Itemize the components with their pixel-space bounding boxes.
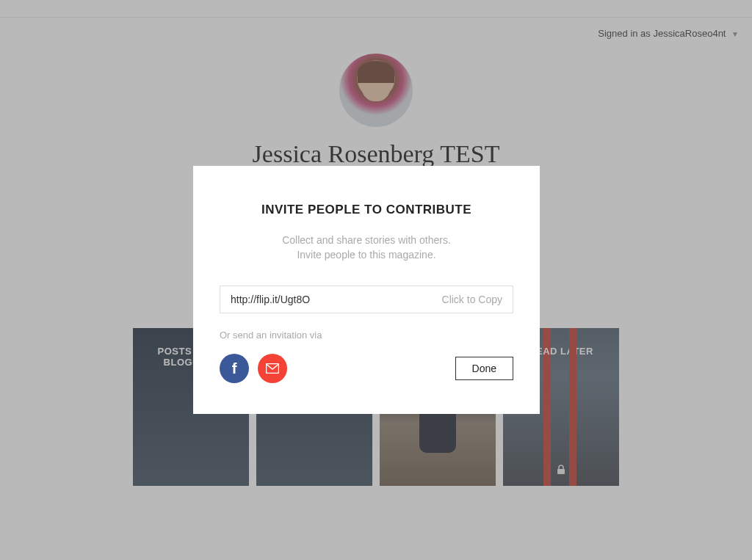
modal-subtitle-line2: Invite people to this magazine. — [220, 248, 513, 263]
mail-icon — [266, 363, 279, 374]
or-send-label: Or send an invitation via — [220, 330, 513, 341]
modal-subtitle-line1: Collect and share stories with others. — [220, 233, 513, 248]
modal-title: INVITE PEOPLE TO CONTRIBUTE — [220, 203, 513, 217]
modal-subtitle: Collect and share stories with others. I… — [220, 233, 513, 262]
done-button[interactable]: Done — [455, 357, 513, 380]
social-buttons: f — [220, 354, 287, 383]
email-share-button[interactable] — [258, 354, 287, 383]
modal-bottom-row: f Done — [220, 354, 513, 383]
invite-modal: INVITE PEOPLE TO CONTRIBUTE Collect and … — [193, 166, 540, 414]
facebook-icon: f — [232, 360, 237, 377]
facebook-share-button[interactable]: f — [220, 354, 249, 383]
url-box: Click to Copy — [220, 286, 513, 313]
copy-button[interactable]: Click to Copy — [442, 294, 502, 305]
invite-url-input[interactable] — [231, 294, 442, 305]
